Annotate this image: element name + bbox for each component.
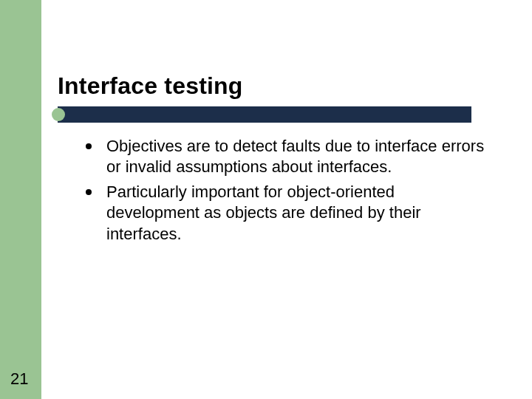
slide: Interface testing Objectives are to dete… — [0, 0, 532, 399]
bullet-text: Objectives are to detect faults due to i… — [106, 136, 492, 177]
sidebar-accent — [0, 0, 41, 399]
bullet-icon — [86, 189, 92, 195]
slide-title: Interface testing — [58, 72, 501, 100]
title-block: Interface testing — [58, 72, 501, 107]
page-number: 21 — [10, 369, 28, 389]
list-item: Objectives are to detect faults due to i… — [86, 136, 492, 177]
title-underline-bar — [58, 106, 471, 123]
bullet-text: Particularly important for object-orient… — [106, 182, 492, 244]
list-item: Particularly important for object-orient… — [86, 182, 492, 244]
bullet-icon — [86, 143, 92, 149]
body-content: Objectives are to detect faults due to i… — [86, 136, 492, 249]
